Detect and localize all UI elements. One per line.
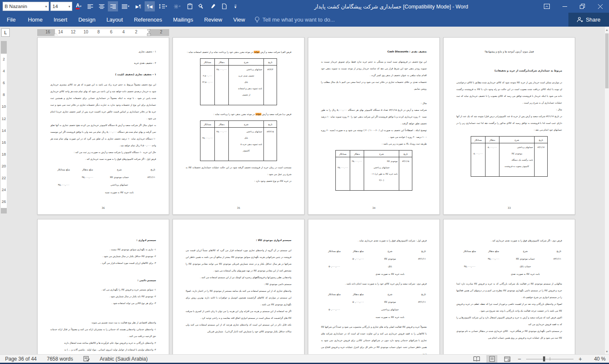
format-painter-button[interactable] (196, 1, 206, 11)
journal-header-row: تاریخشرحمبلغ بدهکارمبلغ بستانکار (322, 247, 426, 255)
quick-access-toolbar: B Nazanin ▾ 14 ▾ A ▾ ▾ (3, 1, 241, 11)
tab-insert[interactable]: Insert (48, 13, 73, 27)
tab-view[interactable]: View (228, 13, 250, 27)
align-right-button[interactable] (108, 1, 118, 11)
journal-description: بابت خرید کالا به صورت نسیه (99, 189, 140, 196)
zoom-slider-handle[interactable] (543, 356, 545, 361)
journal-debit (347, 270, 370, 278)
paragraph: ۲- موجودی کالا حداقل یکبار در سال شمارش … (50, 253, 156, 260)
scroll-up-arrow[interactable]: ▲ (605, 27, 609, 33)
document-page[interactable]: سیستم ادواری :۱- نیازی به نگهداری سوابق … (37, 219, 169, 354)
read-mode-button[interactable] (471, 355, 482, 363)
line-spacing-button[interactable]: ▾ (156, 1, 170, 11)
zoom-level[interactable]: 40 % (587, 356, 606, 362)
journal-credit (457, 255, 482, 263)
minimize-button[interactable] (556, 0, 573, 13)
text-highlight-button[interactable] (208, 1, 218, 11)
chevron-down-icon[interactable]: ▾ (69, 5, 70, 8)
table-header: تاریخ (264, 59, 277, 66)
align-right-icon (110, 4, 116, 9)
spacer (186, 230, 291, 237)
lightbulb-icon (255, 16, 260, 23)
tab-references[interactable]: References (129, 13, 167, 27)
tab-layout[interactable]: Layout (101, 13, 129, 27)
document-canvas[interactable]: ۱ - تخفیف تجاری۲ - تخفیف نقدی خرید۱ – تخ… (0, 27, 609, 354)
page-number: 35 (173, 206, 304, 209)
rtl-text-direction-button[interactable]: ¶◀ (145, 1, 155, 11)
zoom-in-button[interactable]: + (578, 356, 583, 362)
table-cell-line: ۲۲,۵۰۰,۰۰۰ (202, 79, 213, 85)
tab-mailings[interactable]: Mailings (167, 13, 199, 27)
table-cell-line: حسابهای پرداختنی (230, 66, 262, 73)
document-page[interactable]: فصل سوم: آزمون آموخته ها و نتایج و پیشنه… (443, 37, 575, 215)
spacer (50, 55, 156, 60)
tab-design[interactable]: Design (73, 13, 101, 27)
document-page[interactable]: سیستم ادواری موجودی کالا :این سیستم در آ… (173, 219, 304, 354)
close-button[interactable] (591, 0, 609, 13)
scrollbar-thumb[interactable] (605, 33, 609, 88)
tell-me-search[interactable]: Tell me what you want to do... (255, 16, 335, 23)
align-center-button[interactable] (96, 1, 107, 11)
vertical-scrollbar[interactable]: ▲ ▼ (604, 27, 609, 354)
print-layout-button[interactable] (486, 355, 497, 363)
font-color-button[interactable]: A ▾ (74, 1, 84, 11)
proofing-status[interactable] (78, 356, 95, 362)
tab-review[interactable]: Review (199, 13, 228, 27)
document-page[interactable]: فرض اول : شرکت کامپیوترهای فوق را به صور… (308, 219, 440, 354)
paragraph: واحدهای تجاری که از این سیستم استفاده می… (186, 287, 291, 308)
restore-icon (580, 4, 585, 9)
web-layout-button[interactable] (502, 355, 513, 363)
paste-button[interactable] (185, 1, 195, 11)
document-page[interactable]: فرض دوم : اگر شرکت کامپیوترهای فوق را به… (443, 219, 575, 354)
document-page[interactable]: فرض الف) شرکت سعید و آرش بتواند در موعد … (173, 37, 304, 215)
table-cell-line (216, 92, 227, 98)
chevron-down-icon[interactable]: ▾ (128, 5, 129, 8)
font-name-combobox[interactable]: B Nazanin ▾ (3, 2, 49, 11)
paragraph: فرض الف) شرکت سعید و آرش بتواند در موعد … (186, 49, 291, 55)
ltr-text-direction-button[interactable]: ▶¶ (133, 1, 143, 11)
paragraph: ۳- برای کالاهای ارزان قیمت مورد استفاده … (50, 260, 156, 266)
ribbon-display-options-button[interactable] (538, 0, 556, 13)
document-page[interactable]: ۱ - تخفیف تجاری۲ - تخفیف نقدی خرید۱ – تخ… (37, 37, 169, 215)
zoom-out-button[interactable]: − (517, 356, 522, 362)
table-cell-line (487, 151, 498, 157)
table-cell-line (337, 171, 348, 177)
text-line: ۲ - تخفیف نقدی خرید (50, 60, 156, 66)
paragraph: ۲- موجودی کالا باید یکبار در سال شمارش ش… (50, 293, 156, 300)
document-page[interactable]: تخفیف نقدی : Cash Discountsاین نوع تخفیف… (308, 37, 440, 215)
table-header: شرح (228, 121, 263, 128)
journal-row: بابت خرید کالا به صورت نقدی (457, 270, 561, 278)
word-count[interactable]: 7658 words (42, 356, 78, 362)
font-size-value: 14 (52, 4, 58, 9)
paragraph: واحدهایی نظیر رستورانها و فروشگاههای زنج… (186, 274, 291, 281)
journal-description: موجودی کالا (370, 298, 410, 306)
font-size-combobox[interactable]: 14 ▾ (50, 2, 72, 11)
chevron-down-icon[interactable]: ▾ (45, 5, 47, 8)
justify-button[interactable]: ▾ (119, 1, 132, 11)
chevron-down-icon[interactable]: ▾ (80, 5, 82, 8)
tell-me-placeholder: Tell me what you want to do... (262, 16, 335, 23)
share-button[interactable]: Share (568, 13, 609, 27)
chevron-down-icon[interactable]: ▾ (165, 5, 167, 8)
paragraph: فرض اول : اگر شرکت کامپیوترهای فوق را به… (50, 156, 156, 162)
table-header: بستانکار (200, 121, 215, 128)
tab-home[interactable]: Home (22, 13, 48, 27)
journal-credit (322, 270, 347, 278)
tab-file[interactable]: File (0, 13, 22, 27)
table-cell-line (202, 141, 213, 148)
text-line: سیستم ادواری موجودی کالا : (186, 237, 291, 244)
zoom-slider[interactable] (526, 355, 573, 363)
journal-row: حسابهای پرداختنی۴۵,۰۰۰,۰۰۰ (51, 181, 155, 189)
scroll-down-arrow[interactable]: ▼ (605, 348, 609, 354)
language-indicator[interactable]: Arabic (Saudi Arabia) (95, 356, 153, 362)
table-cell-line: بانک (230, 79, 262, 85)
description-cell: حسابهای پرداختنیبانکبابت تسویه بدهی خرید… (228, 128, 263, 161)
restore-button[interactable] (573, 0, 591, 13)
page-indicator[interactable]: Page 36 of 44 (0, 356, 42, 362)
ledger-table: تاریخشرحبدهکاربستانکار۸۴/۱/۱۷حسابهای پرد… (471, 136, 548, 177)
new-document-button[interactable] (219, 1, 229, 11)
text-run: فرض الف) شرکت سعید و آرش (260, 51, 291, 53)
paragraph: ۳- برای هر نوع کالایی می تواند استفاده ش… (50, 300, 156, 307)
journal-header: شرح (99, 166, 140, 173)
align-left-button[interactable] (85, 1, 95, 11)
